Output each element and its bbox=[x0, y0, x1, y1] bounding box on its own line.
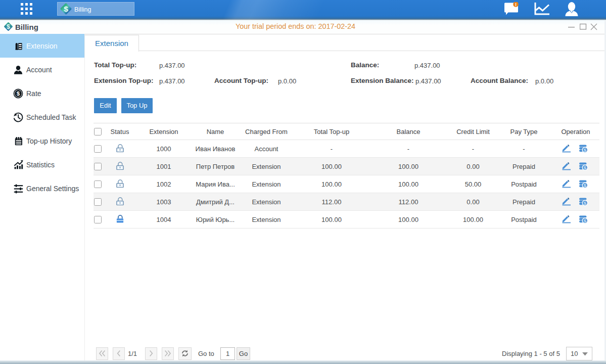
svg-text:$: $ bbox=[584, 165, 587, 170]
svg-text:$: $ bbox=[584, 183, 587, 188]
svg-text:$: $ bbox=[584, 218, 587, 223]
svg-text:$: $ bbox=[584, 147, 587, 153]
svg-text:$: $ bbox=[584, 200, 587, 206]
svg-text:$: $ bbox=[17, 90, 20, 97]
svg-text:$: $ bbox=[64, 5, 68, 13]
svg-text:$: $ bbox=[7, 23, 10, 30]
svg-text:!: ! bbox=[515, 2, 517, 7]
